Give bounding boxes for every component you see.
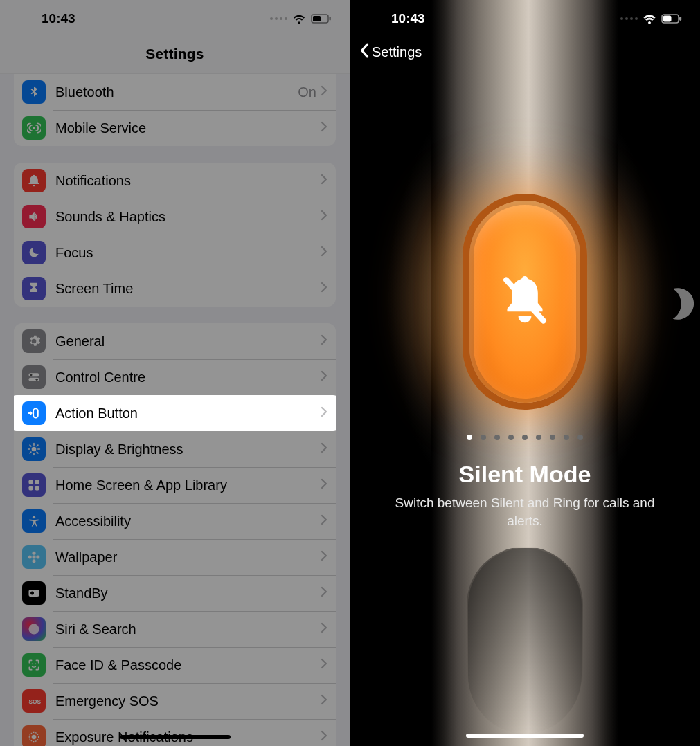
accessibility-icon	[22, 509, 46, 533]
settings-row-siri-search[interactable]: Siri & Search	[14, 611, 336, 647]
pager-dot[interactable]	[564, 435, 569, 440]
moon-icon[interactable]	[653, 277, 700, 331]
back-label: Settings	[372, 44, 422, 60]
settings-row-emergency-sos[interactable]: SOSEmergency SOS	[14, 683, 336, 719]
svg-rect-17	[29, 480, 33, 484]
svg-point-26	[36, 556, 39, 559]
svg-rect-20	[35, 486, 39, 491]
svg-point-23	[33, 552, 36, 555]
svg-rect-1	[313, 16, 321, 21]
chevron-right-icon	[321, 694, 327, 708]
action-button-screen: 10:43 Settings Silent Mode Switch betwee…	[350, 0, 700, 746]
chevron-right-icon	[321, 282, 327, 295]
status-time: 10:43	[391, 11, 425, 26]
faceid-icon	[22, 653, 46, 677]
row-label: Focus	[55, 245, 321, 261]
pager-dot[interactable]	[481, 435, 486, 440]
standby-icon	[22, 581, 46, 605]
cellular-dots-icon	[270, 17, 287, 20]
settings-row-screen-time[interactable]: Screen Time	[14, 271, 336, 307]
home-indicator[interactable]	[466, 734, 584, 738]
settings-row-wallpaper[interactable]: Wallpaper	[14, 539, 336, 575]
pager-dot[interactable]	[494, 435, 500, 440]
chevron-right-icon	[321, 246, 327, 260]
chevron-right-icon	[321, 586, 327, 600]
row-label: Bluetooth	[55, 84, 298, 100]
settings-row-sounds-haptics[interactable]: Sounds & Haptics	[14, 199, 336, 235]
settings-group: GeneralControl CentreAction ButtonDispla…	[14, 323, 336, 746]
settings-row-notifications[interactable]: Notifications	[14, 163, 336, 199]
settings-list[interactable]: BluetoothOnMobile ServiceNotificationsSo…	[0, 74, 350, 746]
svg-point-31	[35, 664, 37, 665]
chevron-right-icon	[321, 174, 327, 188]
svg-line-16	[37, 445, 38, 446]
svg-rect-2	[330, 17, 331, 21]
mode-description: Switch between Silent and Ring for calls…	[377, 494, 672, 529]
svg-point-8	[32, 447, 37, 452]
settings-row-accessibility[interactable]: Accessibility	[14, 503, 336, 539]
battery-icon	[311, 14, 332, 24]
pager-dot[interactable]	[536, 435, 541, 440]
row-label: StandBy	[55, 585, 321, 601]
settings-row-general[interactable]: General	[14, 323, 336, 359]
antenna-icon	[22, 116, 46, 140]
row-label: Notifications	[55, 173, 321, 189]
sun-icon	[22, 437, 46, 461]
pill-shadow	[467, 547, 583, 734]
siri-icon	[22, 617, 46, 641]
settings-row-faceid-passcode[interactable]: Face ID & Passcode	[14, 647, 336, 683]
settings-row-home-screen[interactable]: Home Screen & App Library	[14, 467, 336, 503]
row-label: General	[55, 334, 321, 349]
bell-slash-icon	[495, 271, 555, 333]
row-label: Face ID & Passcode	[55, 657, 321, 673]
svg-point-25	[28, 556, 32, 559]
status-right	[270, 11, 332, 26]
apps-grid-icon	[22, 473, 46, 497]
bluetooth-icon	[22, 80, 46, 104]
pager-dot[interactable]	[508, 435, 514, 440]
status-right	[620, 11, 682, 26]
settings-row-action-button[interactable]: Action Button	[14, 395, 336, 431]
settings-row-display-brightness[interactable]: Display & Brightness	[14, 431, 336, 467]
svg-rect-38	[680, 17, 681, 21]
pager-dot[interactable]	[467, 435, 472, 440]
pager-dot[interactable]	[550, 435, 555, 440]
chevron-right-icon	[321, 550, 327, 564]
page-indicator[interactable]	[467, 435, 583, 440]
gear-icon	[22, 329, 46, 353]
settings-row-focus[interactable]: Focus	[14, 235, 336, 271]
settings-row-exposure-notifications[interactable]: Exposure Notifications	[14, 719, 336, 746]
pager-dot[interactable]	[577, 435, 583, 440]
flower-icon	[22, 545, 46, 569]
svg-rect-7	[33, 408, 38, 417]
mode-title: Silent Mode	[350, 461, 700, 488]
svg-point-6	[36, 379, 38, 381]
nav-bar: Settings	[0, 37, 350, 74]
row-label: Screen Time	[55, 281, 321, 297]
row-value: On	[298, 84, 316, 100]
chevron-left-icon	[359, 43, 369, 62]
battery-icon	[661, 14, 682, 24]
row-label: Home Screen & App Library	[55, 477, 321, 493]
row-label: Siri & Search	[55, 621, 321, 637]
page-title: Settings	[0, 46, 350, 62]
chevron-right-icon	[321, 622, 327, 636]
svg-line-14	[37, 452, 38, 453]
moon-icon	[22, 241, 46, 264]
svg-point-21	[33, 516, 35, 518]
cellular-dots-icon	[620, 17, 638, 20]
settings-screen: 10:43 Settings BluetoothOnMobile Service…	[0, 0, 350, 746]
settings-row-control-centre[interactable]: Control Centre	[14, 359, 336, 395]
home-indicator[interactable]	[120, 735, 231, 739]
settings-row-mobile-service[interactable]: Mobile Service	[14, 110, 336, 146]
svg-text:SOS: SOS	[29, 698, 42, 705]
chevron-right-icon	[321, 658, 327, 672]
back-button[interactable]: Settings	[350, 37, 431, 67]
svg-point-29	[29, 624, 39, 635]
settings-row-standby[interactable]: StandBy	[14, 575, 336, 611]
settings-group: NotificationsSounds & HapticsFocusScreen…	[14, 163, 336, 307]
settings-row-bluetooth[interactable]: BluetoothOn	[14, 74, 336, 110]
status-bar: 10:43	[0, 0, 350, 37]
pager-dot[interactable]	[522, 435, 528, 440]
wifi-icon	[642, 11, 657, 26]
